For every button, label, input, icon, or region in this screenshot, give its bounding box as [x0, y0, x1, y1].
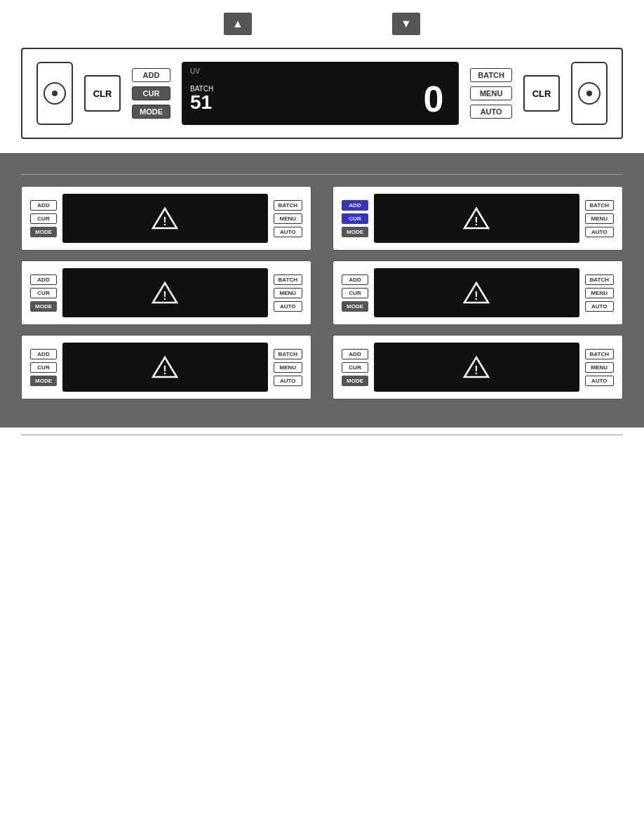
mini-cur-btn-1[interactable]: CUR: [30, 213, 57, 224]
mini-btn-group-right-1: BATCH MENU AUTO: [274, 200, 302, 237]
warning-triangle-icon-4: !: [462, 281, 490, 305]
right-dial-dot: [586, 91, 592, 96]
dark-section: ADD CUR MODE ! BATCH MENU AUTO ADD CUR: [0, 153, 644, 428]
mini-panel-3: ADD CUR MODE ! BATCH MENU AUTO: [21, 260, 311, 325]
mini-batch-btn-5[interactable]: BATCH: [274, 349, 302, 359]
mini-add-btn-3[interactable]: ADD: [30, 274, 57, 285]
mini-add-btn-4[interactable]: ADD: [342, 274, 368, 285]
mini-display-3: !: [62, 268, 268, 317]
mini-btn-group-left-5: ADD CUR MODE: [30, 349, 57, 386]
mini-menu-btn-2[interactable]: MENU: [585, 213, 614, 224]
mini-auto-btn-3[interactable]: AUTO: [274, 301, 302, 312]
svg-text:!: !: [163, 364, 167, 376]
mini-mode-btn-1[interactable]: MODE: [30, 227, 57, 237]
batch-button[interactable]: BATCH: [470, 68, 512, 82]
mini-cur-btn-6[interactable]: CUR: [342, 362, 368, 373]
mini-panel-2: ADD CUR MODE ! BATCH MENU AUTO: [333, 186, 623, 251]
mini-auto-btn-5[interactable]: AUTO: [274, 376, 302, 386]
mini-menu-btn-5[interactable]: MENU: [274, 362, 302, 373]
main-device-panel: CLR ADD CUR MODE UV BATCH 51 0 BATCH MEN…: [21, 48, 623, 139]
mini-auto-btn-4[interactable]: AUTO: [585, 301, 614, 312]
mini-btn-group-right-5: BATCH MENU AUTO: [274, 349, 302, 386]
warning-triangle-icon-5: !: [151, 355, 179, 379]
auto-button[interactable]: AUTO: [470, 105, 512, 119]
cur-button[interactable]: CUR: [132, 86, 170, 100]
mini-mode-btn-5[interactable]: MODE: [30, 376, 57, 386]
mini-btn-group-left-4: ADD CUR MODE: [342, 274, 368, 312]
left-dial[interactable]: [36, 62, 73, 125]
mini-add-btn-1[interactable]: ADD: [30, 200, 57, 211]
left-button-group: ADD CUR MODE: [132, 68, 170, 119]
mini-cur-btn-4[interactable]: CUR: [342, 288, 368, 298]
mini-cur-btn-2[interactable]: CUR: [342, 213, 368, 224]
mini-add-btn-6[interactable]: ADD: [342, 349, 368, 359]
right-dial-circle: [578, 82, 601, 105]
mini-menu-btn-6[interactable]: MENU: [585, 362, 614, 373]
batch-number: 51: [190, 93, 213, 112]
mini-btn-group-left-1: ADD CUR MODE: [30, 200, 57, 237]
svg-text:!: !: [163, 216, 167, 227]
mini-batch-btn-6[interactable]: BATCH: [585, 349, 614, 359]
mini-auto-btn-6[interactable]: AUTO: [585, 376, 614, 386]
mini-mode-btn-6[interactable]: MODE: [342, 376, 368, 386]
mode-button[interactable]: MODE: [132, 105, 170, 119]
clr-right-button[interactable]: CLR: [523, 75, 560, 112]
up-arrow-button[interactable]: ▲: [224, 13, 252, 35]
mini-btn-group-right-2: BATCH MENU AUTO: [585, 200, 614, 237]
mini-auto-btn-1[interactable]: AUTO: [274, 227, 302, 237]
dial-dot: [52, 91, 58, 96]
mini-batch-btn-1[interactable]: BATCH: [274, 200, 302, 211]
down-arrow-icon: ▼: [401, 18, 412, 29]
screen-label: UV: [190, 67, 450, 75]
menu-button[interactable]: MENU: [470, 86, 512, 100]
svg-text:!: !: [475, 216, 478, 227]
mini-cur-btn-3[interactable]: CUR: [30, 288, 57, 298]
warning-triangle-icon-6: !: [462, 355, 490, 379]
dial-circle: [43, 82, 66, 105]
up-arrow-icon: ▲: [232, 18, 243, 29]
warning-triangle-icon-1: !: [151, 206, 179, 230]
mini-mode-btn-2[interactable]: MODE: [342, 227, 368, 237]
mini-display-2: !: [374, 194, 579, 243]
mini-panel-4: ADD CUR MODE ! BATCH MENU AUTO: [333, 260, 623, 325]
main-display-screen: UV BATCH 51 0: [182, 62, 459, 125]
svg-text:!: !: [475, 290, 478, 302]
mini-menu-btn-3[interactable]: MENU: [274, 288, 302, 298]
warning-triangle-icon-2: !: [462, 206, 490, 230]
mini-panel-1: ADD CUR MODE ! BATCH MENU AUTO: [21, 186, 311, 251]
mini-btn-group-right-4: BATCH MENU AUTO: [585, 274, 614, 312]
svg-text:!: !: [475, 364, 478, 376]
add-button[interactable]: ADD: [132, 68, 170, 82]
mini-mode-btn-3[interactable]: MODE: [30, 301, 57, 312]
down-arrow-button[interactable]: ▼: [392, 13, 420, 35]
mini-btn-group-left-3: ADD CUR MODE: [30, 274, 57, 312]
mini-btn-group-right-6: BATCH MENU AUTO: [585, 349, 614, 386]
mini-display-5: !: [62, 343, 268, 392]
mini-auto-btn-2[interactable]: AUTO: [585, 227, 614, 237]
mini-batch-btn-4[interactable]: BATCH: [585, 274, 614, 285]
mini-batch-btn-2[interactable]: BATCH: [585, 200, 614, 211]
right-dial[interactable]: [571, 62, 608, 125]
mini-btn-group-left-6: ADD CUR MODE: [342, 349, 368, 386]
clr-left-button[interactable]: CLR: [84, 75, 121, 112]
mini-display-6: !: [374, 343, 579, 392]
right-button-group: BATCH MENU AUTO: [470, 68, 512, 119]
mini-add-btn-5[interactable]: ADD: [30, 349, 57, 359]
mini-cur-btn-5[interactable]: CUR: [30, 362, 57, 373]
batch-info: BATCH 51: [190, 85, 213, 112]
mini-panels-row1: ADD CUR MODE ! BATCH MENU AUTO ADD CUR: [21, 186, 623, 251]
section-divider: [21, 174, 623, 175]
count-display: 0: [423, 81, 450, 117]
mini-btn-group-right-3: BATCH MENU AUTO: [274, 274, 302, 312]
mini-panel-6: ADD CUR MODE ! BATCH MENU AUTO: [333, 335, 623, 399]
mini-batch-btn-3[interactable]: BATCH: [274, 274, 302, 285]
mini-add-btn-2[interactable]: ADD: [342, 200, 368, 211]
top-navigation: ▲ ▼: [0, 0, 644, 48]
mini-menu-btn-4[interactable]: MENU: [585, 288, 614, 298]
bottom-divider: [21, 435, 623, 435]
warning-triangle-icon-3: !: [151, 281, 179, 305]
mini-mode-btn-4[interactable]: MODE: [342, 301, 368, 312]
mini-btn-group-left-2: ADD CUR MODE: [342, 200, 368, 237]
mini-menu-btn-1[interactable]: MENU: [274, 213, 302, 224]
mini-display-1: !: [62, 194, 268, 243]
